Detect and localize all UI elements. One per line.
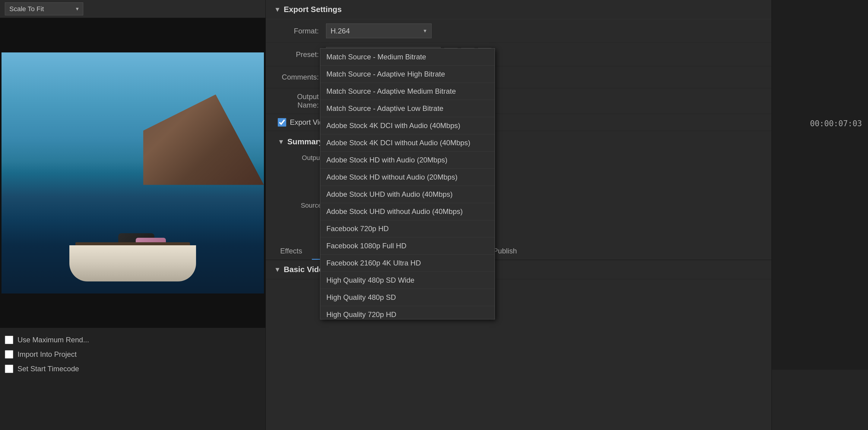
preset-dropdown-overlay: Match Source - Medium Bitrate Match Sour… [320,48,495,320]
summary-vbr-key [287,176,323,188]
dropdown-item-adaptive-high[interactable]: Match Source - Adaptive High Bitrate [320,66,495,83]
mountain-decoration [143,95,264,185]
use-max-render-label: Use Maximum Rend... [18,336,89,344]
tab-effects[interactable]: Effects [272,243,311,260]
format-label: Format: [278,27,326,35]
dropdown-item-stock-4k-dci-audio[interactable]: Adobe Stock 4K DCI with Audio (40Mbps) [320,117,495,134]
scale-dropdown-wrapper: Scale To Fit50%100%Fit In Window [5,2,83,15]
boat-hull [69,245,196,282]
output-label: Output Name: [278,93,326,109]
bottom-controls: Use Maximum Rend... Import Into Project … [0,328,266,430]
dropdown-item-hq-480p-wide[interactable]: High Quality 480p SD Wide [320,272,495,289]
set-start-timecode-checkbox[interactable] [5,365,13,373]
summary-aac-key [287,188,323,200]
export-settings-title: Export Settings [284,5,342,14]
preset-label: Preset: [278,50,326,59]
top-bar: Scale To Fit50%100%Fit In Window [0,0,266,18]
video-background [1,53,264,294]
format-dropdown[interactable]: H.264 [326,24,432,38]
import-into-project-checkbox[interactable] [5,350,13,359]
summary-source-key: Source: [287,199,323,211]
comments-label: Comments: [278,73,326,81]
dropdown-item-stock-hd-audio[interactable]: Adobe Stock HD with Audio (20Mbps) [320,152,495,169]
basic-video-collapse-icon[interactable]: ▼ [274,266,281,274]
export-video-checkbox[interactable] [278,118,286,127]
waveform-area [772,370,868,430]
format-dropdown-wrapper: H.264 [326,24,760,38]
dropdown-item-facebook-2160p[interactable]: Facebook 2160p 4K Ultra HD [320,255,495,272]
boat-decoration [65,206,200,282]
import-into-project-label: Import Into Project [18,350,76,359]
scale-dropdown[interactable]: Scale To Fit50%100%Fit In Window [5,2,83,15]
summary-src-res-key [287,211,323,224]
video-area [0,18,266,328]
dropdown-item-stock-uhd-audio[interactable]: Adobe Stock UHD with Audio (40Mbps) [320,186,495,203]
dropdown-item-match-source-medium[interactable]: Match Source - Medium Bitrate [320,48,495,66]
dropdown-item-facebook-1080p[interactable]: Facebook 1080p Full HD [320,237,495,255]
dropdown-item-stock-4k-dci-no-audio[interactable]: Adobe Stock 4K DCI without Audio (40Mbps… [320,134,495,152]
dropdown-item-stock-hd-no-audio[interactable]: Adobe Stock HD without Audio (20Mbps) [320,169,495,186]
export-settings-header: ▼ Export Settings [266,0,772,19]
timeline-area: 00:00:07:03 [772,0,868,430]
main-container: Scale To Fit50%100%Fit In Window [0,0,868,430]
summary-output-key: Output: [287,152,323,164]
summary-res-key [287,164,323,176]
summary-title: Summary [287,137,323,146]
dropdown-item-adaptive-medium[interactable]: Match Source - Adaptive Medium Bitrate [320,83,495,100]
set-start-timecode-label: Set Start Timecode [18,365,79,373]
collapse-arrow-icon[interactable]: ▼ [274,6,281,13]
import-into-project-row: Import Into Project [5,347,260,362]
use-max-render-row: Use Maximum Rend... [5,333,260,347]
dropdown-item-hq-480p-sd[interactable]: High Quality 480p SD [320,289,495,306]
format-row: Format: H.264 [266,19,772,43]
dropdown-item-hq-720p[interactable]: High Quality 720p HD [320,306,495,320]
use-max-render-checkbox[interactable] [5,336,13,344]
left-panel: Scale To Fit50%100%Fit In Window [0,0,266,430]
dropdown-item-facebook-720p[interactable]: Facebook 720p HD [320,220,495,237]
summary-collapse-icon[interactable]: ▼ [278,138,284,146]
timeline-timecode: 00:00:07:03 [810,119,862,128]
right-panel: ▼ Export Settings Format: H.264 Preset: … [266,0,772,430]
dropdown-item-stock-uhd-no-audio[interactable]: Adobe Stock UHD without Audio (40Mbps) [320,203,495,220]
video-frame [1,53,264,294]
summary-src-fps-key [287,224,323,236]
set-start-timecode-row: Set Start Timecode [5,362,260,376]
dropdown-item-adaptive-low[interactable]: Match Source - Adaptive Low Bitrate [320,100,495,117]
